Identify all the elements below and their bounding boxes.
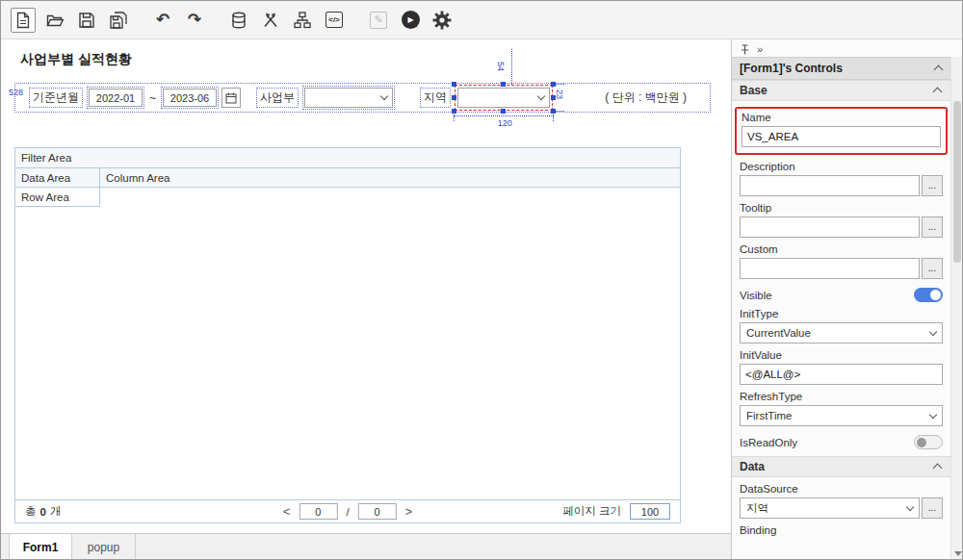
chevron-down-icon [906, 502, 914, 510]
resize-handle[interactable] [551, 109, 556, 114]
chevron-down-icon [929, 327, 937, 335]
design-canvas[interactable]: 사업부별 실적현황 528 기준년월 ~ 사업부 [1, 39, 731, 533]
row-area-row: Row Area [15, 188, 680, 207]
settings-button[interactable] [429, 8, 455, 33]
date-from-input[interactable] [89, 89, 143, 107]
datasource-more-button[interactable]: ... [922, 497, 943, 519]
description-label: Description [740, 161, 943, 172]
measure-top-guide [511, 49, 512, 85]
resize-handle[interactable] [551, 82, 556, 87]
inittype-select[interactable]: CurrentValue [740, 322, 943, 344]
resize-handle[interactable] [452, 82, 456, 87]
region-filter-label[interactable]: 지역 [420, 88, 451, 108]
calendar-icon [225, 92, 237, 104]
description-input[interactable] [740, 175, 920, 196]
date-to-wrap [161, 87, 219, 109]
current-page-input[interactable]: 0 [299, 503, 337, 520]
datasource-select[interactable]: 지역 [740, 497, 920, 519]
field-refreshtype: RefreshType FirstTime [740, 391, 943, 426]
run-button[interactable]: ▶ [398, 8, 423, 33]
calendar-button[interactable] [221, 88, 241, 108]
redo-icon: ↷ [188, 12, 201, 28]
refreshtype-label: RefreshType [740, 391, 943, 402]
measure-height-label: 23 [555, 89, 564, 99]
column-area-cell[interactable]: Column Area [100, 168, 680, 187]
visible-toggle[interactable] [914, 288, 943, 302]
inittype-value: CurrentValue [746, 327, 811, 339]
filter-area-row[interactable]: Filter Area [15, 148, 680, 168]
custom-more-button[interactable]: ... [922, 258, 943, 279]
tab-popup[interactable]: popup [72, 534, 136, 560]
period-filter-label[interactable]: 기준년월 [29, 88, 83, 108]
properties-panel: » [Form1]'s Controls Base Name Descripti… [731, 39, 963, 560]
resize-handle[interactable] [452, 95, 456, 100]
division-combo-wrap [302, 86, 395, 110]
refreshtype-value: FirstTime [746, 410, 792, 421]
save-button[interactable] [74, 8, 99, 33]
refreshtype-select[interactable]: FirstTime [740, 405, 943, 426]
inittype-label: InitType [740, 308, 943, 319]
pager-bar: 총 0 개 < 0 / 0 > 페이지 크기 100 [15, 499, 680, 522]
region-combobox-selection[interactable]: 54 23 120 [455, 85, 553, 112]
section-base[interactable]: Base [732, 80, 950, 101]
save-all-button[interactable] [106, 8, 131, 33]
total-pages-box: 0 [358, 503, 397, 520]
tooltip-input[interactable] [740, 216, 920, 238]
custom-input[interactable] [740, 258, 920, 279]
redo-button[interactable]: ↷ [182, 8, 207, 33]
isreadonly-label: IsReadOnly [740, 437, 797, 448]
prev-page-button[interactable]: < [283, 505, 291, 518]
chevron-down-icon [929, 410, 937, 418]
panel-body: Base Name Description ... Tooltip ... [732, 80, 950, 560]
field-description: Description ... [740, 161, 943, 196]
scroll-down-arrow[interactable] [954, 551, 962, 556]
isreadonly-toggle[interactable] [914, 435, 943, 449]
resize-handle[interactable] [551, 95, 556, 100]
division-filter-label[interactable]: 사업부 [256, 88, 299, 108]
new-document-button[interactable] [11, 8, 36, 33]
next-page-button[interactable]: > [405, 505, 413, 518]
date-range-separator: ~ [149, 91, 156, 105]
division-combobox[interactable] [304, 88, 393, 108]
open-file-button[interactable] [42, 8, 67, 33]
row-area-cell[interactable]: Row Area [15, 188, 100, 207]
edit-button[interactable]: ✎ [366, 8, 391, 33]
database-icon [230, 12, 247, 29]
chevron-up-icon [933, 88, 943, 97]
save-all-icon [110, 12, 127, 29]
scrollbar-thumb[interactable] [953, 101, 961, 263]
tooltip-more-button[interactable]: ... [922, 216, 943, 238]
resize-handle[interactable] [452, 109, 456, 114]
chevron-down-icon [537, 92, 545, 100]
undo-button[interactable]: ↶ [150, 8, 175, 33]
panel-header[interactable]: [Form1]'s Controls [732, 57, 963, 80]
page-size-input[interactable]: 100 [630, 503, 670, 520]
resize-handle[interactable] [501, 82, 506, 87]
main-toolbar: ↶ ↷ </> ✎ ▶ [1, 1, 962, 39]
page-separator: / [346, 506, 349, 518]
collapse-panel-button[interactable]: » [757, 44, 763, 55]
description-more-button[interactable]: ... [922, 175, 943, 196]
date-to-input[interactable] [163, 89, 217, 107]
measure-bottom-guide [454, 115, 554, 116]
panel-header-title: [Form1]'s Controls [740, 62, 843, 75]
pivot-grid[interactable]: Filter Area Data Area Column Area Row Ar… [14, 147, 681, 523]
initvalue-input[interactable] [740, 364, 943, 385]
region-combobox[interactable] [457, 88, 550, 108]
tab-form1[interactable]: Form1 [9, 534, 72, 560]
open-folder-icon [46, 12, 64, 29]
data-area-cell[interactable]: Data Area [15, 168, 100, 187]
data-source-button[interactable] [226, 8, 251, 33]
resize-handle[interactable] [501, 109, 506, 114]
measure-top-label: 54 [496, 62, 506, 71]
panel-scrollbar[interactable] [950, 57, 963, 560]
hierarchy-button[interactable] [290, 8, 315, 33]
field-tooltip: Tooltip ... [740, 202, 943, 238]
pin-icon[interactable] [740, 44, 750, 55]
transform-icon [262, 12, 279, 29]
code-view-button[interactable]: </> [322, 8, 347, 33]
run-icon: ▶ [402, 11, 420, 29]
transform-button[interactable] [258, 8, 283, 33]
section-data[interactable]: Data [732, 456, 950, 477]
name-input[interactable] [742, 126, 941, 147]
